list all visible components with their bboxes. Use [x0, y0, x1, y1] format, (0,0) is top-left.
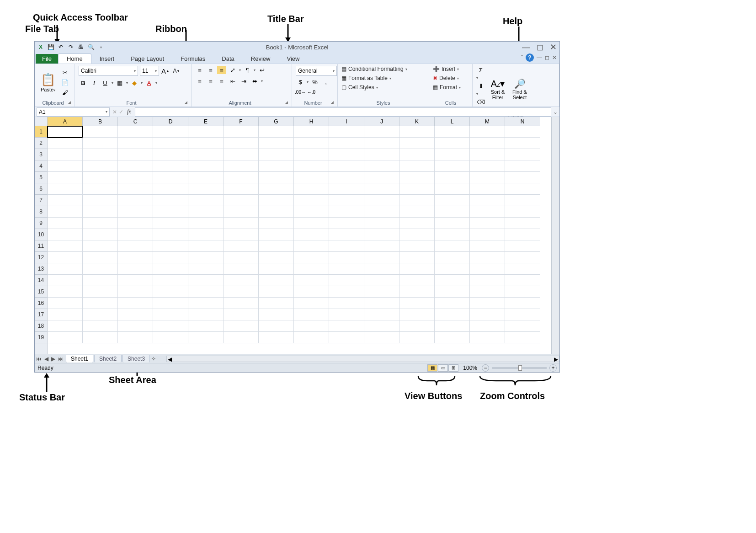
cell[interactable] — [505, 126, 540, 138]
cell[interactable] — [294, 218, 329, 229]
row-header[interactable]: 5 — [35, 172, 47, 183]
cell[interactable] — [294, 309, 329, 320]
cell[interactable] — [399, 218, 435, 229]
cell[interactable] — [118, 149, 153, 160]
cell[interactable] — [83, 320, 118, 332]
cell[interactable] — [83, 195, 118, 206]
cell[interactable] — [224, 309, 259, 320]
row-header[interactable]: 1 — [35, 126, 47, 138]
cell[interactable] — [118, 206, 153, 218]
cell[interactable] — [470, 160, 505, 172]
cell[interactable] — [118, 218, 153, 229]
cell[interactable] — [329, 138, 364, 149]
cell[interactable] — [435, 320, 470, 332]
cell[interactable] — [259, 240, 294, 252]
row-header[interactable]: 4 — [35, 160, 47, 172]
cell[interactable] — [188, 298, 224, 309]
cell[interactable] — [505, 229, 540, 240]
cell[interactable] — [153, 263, 188, 275]
cell[interactable] — [153, 252, 188, 263]
cell[interactable] — [364, 298, 399, 309]
cell[interactable] — [118, 252, 153, 263]
column-header[interactable]: B — [83, 117, 118, 126]
cell[interactable] — [505, 263, 540, 275]
cell[interactable] — [435, 275, 470, 286]
cell[interactable] — [118, 183, 153, 195]
cell[interactable] — [294, 320, 329, 332]
cell[interactable] — [48, 218, 83, 229]
cell[interactable] — [153, 138, 188, 149]
cell[interactable] — [364, 206, 399, 218]
cell[interactable] — [83, 240, 118, 252]
cell[interactable] — [294, 172, 329, 183]
minimize-ribbon-icon[interactable]: ˆ — [521, 54, 523, 61]
cell[interactable] — [259, 160, 294, 172]
cell[interactable] — [329, 252, 364, 263]
cell[interactable] — [435, 286, 470, 298]
cell[interactable] — [224, 229, 259, 240]
cell[interactable] — [48, 252, 83, 263]
cell[interactable] — [153, 183, 188, 195]
cell[interactable] — [435, 126, 470, 138]
cell[interactable] — [259, 195, 294, 206]
format-cells-button[interactable]: ▦Format ▾ — [433, 84, 461, 91]
cell[interactable] — [399, 172, 435, 183]
cell[interactable] — [118, 263, 153, 275]
cell[interactable] — [435, 298, 470, 309]
format-painter-icon[interactable]: 🖌 — [60, 89, 69, 97]
cell[interactable] — [399, 275, 435, 286]
cell[interactable] — [259, 275, 294, 286]
cell[interactable] — [83, 126, 118, 138]
cell[interactable] — [48, 172, 83, 183]
cell[interactable] — [399, 195, 435, 206]
print-icon[interactable]: 🖶 — [77, 43, 85, 51]
cell[interactable] — [364, 240, 399, 252]
column-header[interactable]: E — [188, 117, 224, 126]
cell[interactable] — [329, 172, 364, 183]
cell[interactable] — [470, 263, 505, 275]
cell[interactable] — [48, 126, 83, 138]
cell[interactable] — [470, 240, 505, 252]
cell[interactable] — [153, 195, 188, 206]
column-header[interactable]: N — [505, 117, 540, 126]
cell[interactable] — [259, 263, 294, 275]
cells-area[interactable] — [48, 126, 540, 354]
cell[interactable] — [470, 172, 505, 183]
cell[interactable] — [224, 252, 259, 263]
cell[interactable] — [83, 218, 118, 229]
zoom-slider[interactable] — [492, 367, 547, 369]
sheet-nav-last-icon[interactable]: ⏭ — [57, 356, 65, 362]
cell[interactable] — [294, 263, 329, 275]
cell[interactable] — [505, 320, 540, 332]
cell[interactable] — [329, 309, 364, 320]
cell[interactable] — [294, 183, 329, 195]
merge-center-icon[interactable]: ⬌ — [250, 77, 259, 85]
tab-formulas[interactable]: Formulas — [172, 54, 213, 64]
cell[interactable] — [48, 332, 83, 343]
cell[interactable] — [470, 298, 505, 309]
cell[interactable] — [188, 195, 224, 206]
cell[interactable] — [435, 195, 470, 206]
cell[interactable] — [294, 275, 329, 286]
cell[interactable] — [118, 320, 153, 332]
tab-view[interactable]: View — [278, 54, 308, 64]
cell[interactable] — [188, 263, 224, 275]
align-bottom-icon[interactable]: ≡ — [217, 66, 226, 74]
preview-icon[interactable]: 🔍 — [87, 43, 95, 51]
cell[interactable] — [83, 298, 118, 309]
sheet-nav-next-icon[interactable]: ▶ — [50, 356, 57, 362]
number-format-combo[interactable]: General▾ — [296, 66, 337, 76]
cell[interactable] — [83, 332, 118, 343]
cell[interactable] — [294, 252, 329, 263]
cell[interactable] — [48, 275, 83, 286]
cell[interactable] — [399, 240, 435, 252]
cell[interactable] — [188, 332, 224, 343]
cell[interactable] — [435, 172, 470, 183]
cell[interactable] — [399, 229, 435, 240]
cell-styles-button[interactable]: ▢Cell Styles ▾ — [341, 84, 378, 91]
cell[interactable] — [470, 126, 505, 138]
decrease-indent-icon[interactable]: ⇤ — [228, 77, 237, 85]
cell[interactable] — [329, 160, 364, 172]
sort-filter-button[interactable]: AZ▾ Sort & Filter — [488, 78, 507, 100]
cell[interactable] — [188, 172, 224, 183]
